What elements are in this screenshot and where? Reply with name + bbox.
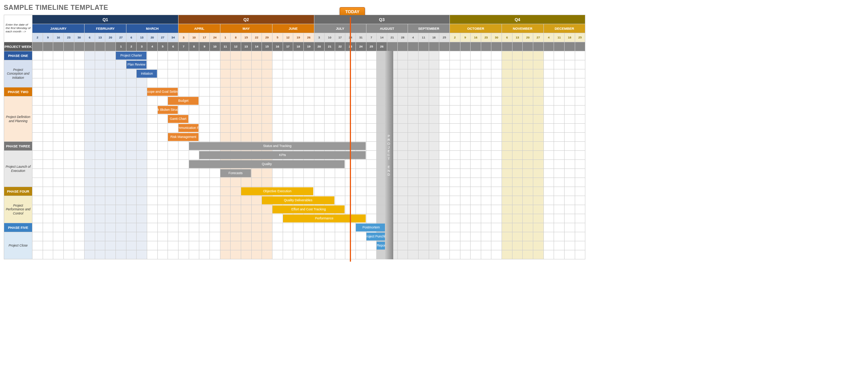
task-bar[interactable]: Risk Management (168, 133, 199, 141)
grid-cell (303, 51, 314, 60)
week-date: 27 (116, 33, 126, 42)
grid-cell (439, 223, 450, 232)
grid-cell (533, 214, 544, 223)
grid-cell (137, 187, 147, 196)
grid-cell (43, 232, 53, 241)
grid-cell (168, 241, 179, 250)
grid-cell (356, 124, 366, 133)
grid-cell (95, 160, 105, 169)
grid-cell (74, 78, 85, 87)
grid-cell (210, 78, 220, 87)
grid-cell (366, 214, 377, 223)
grid-cell (179, 160, 189, 169)
grid-cell (95, 196, 105, 205)
grid-cell (366, 87, 377, 97)
grid-cell (429, 214, 439, 223)
task-bar[interactable]: Project Punchlist (366, 233, 386, 241)
grid-cell (314, 232, 325, 241)
note-cell: Enter the date of the first Monday of ea… (4, 15, 32, 42)
grid-cell (460, 151, 471, 160)
grid-cell (199, 106, 210, 115)
grid-cell: Scope and Goal Setting (147, 87, 158, 97)
task-bar[interactable]: Gantt Chart (168, 115, 188, 123)
grid-cell (439, 232, 450, 241)
task-bar[interactable]: Quality Deliverables (262, 196, 334, 204)
task-bar[interactable]: Budget (168, 97, 199, 105)
task-bar[interactable]: Plan Review (126, 61, 146, 69)
grid-cell (189, 241, 199, 250)
week-date: 18 (429, 33, 439, 42)
grid-cell (303, 178, 314, 187)
project-week-num: 19 (303, 42, 314, 51)
grid-cell (439, 205, 450, 214)
grid-cell (32, 250, 43, 259)
grid-cell (32, 133, 43, 142)
grid-cell (481, 78, 491, 87)
grid-cell (481, 97, 491, 106)
task-bar[interactable]: Communication Plan (179, 124, 199, 132)
grid-cell (554, 169, 565, 178)
grid-cell (251, 87, 262, 97)
phase-desc: Project Close (4, 232, 32, 259)
week-date: 17 (199, 33, 210, 42)
grid-cell (325, 97, 335, 106)
grid-cell (126, 250, 137, 259)
grid-cell (251, 97, 262, 106)
grid-cell (241, 78, 251, 87)
grid-cell (543, 205, 554, 214)
task-bar[interactable]: Quality (189, 160, 345, 168)
grid-cell (418, 178, 429, 187)
grid-cell (397, 250, 408, 259)
grid-cell (63, 51, 74, 60)
grid-cell (105, 160, 116, 169)
task-bar[interactable]: Postmortem (356, 224, 386, 231)
grid-cell (137, 151, 147, 160)
task-bar[interactable]: Work Bkdwn Structure (158, 106, 178, 114)
grid-cell (262, 60, 272, 69)
grid-cell (85, 115, 95, 124)
grid-cell (32, 232, 43, 241)
grid-cell (137, 142, 147, 151)
grid-cell (449, 97, 460, 106)
grid-cell (179, 51, 189, 60)
task-bar[interactable]: KPIs (199, 151, 365, 159)
grid-cell (137, 106, 147, 115)
task-bar[interactable]: Effort and Cost Tracking (272, 205, 345, 213)
grid-cell (575, 169, 585, 178)
grid-cell (356, 87, 366, 97)
grid-cell (32, 60, 43, 69)
task-bar[interactable]: Scope and Goal Setting (147, 88, 178, 96)
grid-cell: Effort and Cost Tracking (272, 205, 283, 214)
week-date: 15 (241, 33, 251, 42)
grid-cell (575, 232, 585, 241)
grid-cell (439, 51, 450, 60)
grid-cell (293, 51, 304, 60)
task-bar[interactable]: Performance (283, 214, 366, 222)
task-bar[interactable]: Initiation (137, 70, 157, 78)
grid-cell (564, 205, 575, 214)
grid-cell (460, 250, 471, 259)
grid-cell (126, 133, 137, 142)
grid-cell (512, 196, 523, 205)
grid-cell (126, 205, 137, 214)
week-date: 29 (262, 33, 272, 42)
grid-cell (147, 232, 158, 241)
grid-cell (449, 241, 460, 250)
task-bar[interactable]: Forecasts (220, 169, 251, 177)
grid-cell (502, 232, 512, 241)
grid-cell (53, 142, 64, 151)
task-bar[interactable]: Project Charter (116, 52, 146, 60)
grid-cell (231, 124, 241, 133)
grid-cell (335, 196, 345, 205)
task-bar[interactable]: Objective Execution (241, 187, 313, 195)
grid-cell (564, 142, 575, 151)
grid-cell (356, 169, 366, 178)
grid-cell (575, 151, 585, 160)
grid-cell (43, 60, 53, 69)
grid-cell (95, 214, 105, 223)
grid-cell (293, 106, 304, 115)
grid-cell (63, 214, 74, 223)
grid-cell (564, 187, 575, 196)
grid-cell (512, 169, 523, 178)
task-bar[interactable]: Status and Tracking (189, 142, 366, 150)
